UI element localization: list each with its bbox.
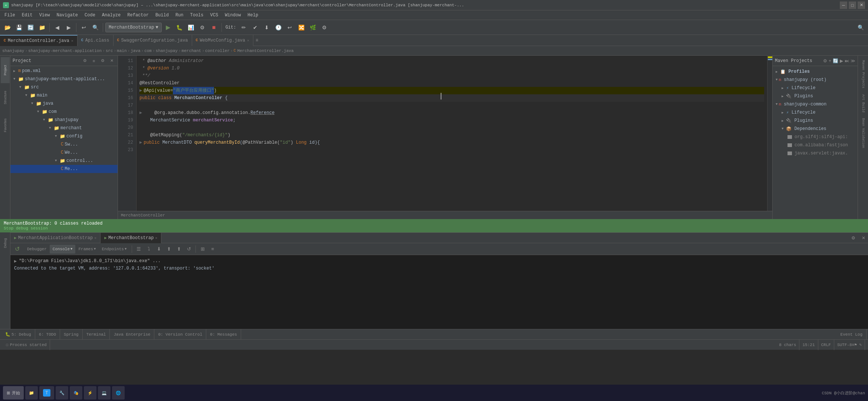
status-position[interactable]: 15:21 [799, 340, 818, 350]
debug-step-into-button[interactable]: ⬇ [154, 245, 163, 254]
menu-edit[interactable]: Edit [19, 11, 36, 19]
debug-tab-close-app[interactable]: ✕ [94, 236, 96, 240]
menu-window[interactable]: Window [222, 11, 244, 19]
back-button[interactable]: ◀ [52, 22, 62, 33]
tab-api[interactable]: C Api.class [78, 35, 114, 46]
tree-close-button[interactable]: ✕ [108, 57, 115, 65]
git-history-button[interactable]: 🕐 [273, 22, 283, 33]
debug-table-button[interactable]: ⊞ [198, 245, 207, 254]
forward-button[interactable]: ▶ [63, 22, 74, 33]
menu-code[interactable]: Code [82, 11, 98, 19]
menu-refactor[interactable]: Refactor [124, 11, 152, 19]
git-settings-button[interactable]: ⚙ [319, 22, 329, 33]
bc-src[interactable]: src [106, 49, 113, 53]
taskbar-chrome[interactable]: 🌐 [112, 386, 125, 400]
endpoints-subtab[interactable]: Endpoints ▼ [99, 245, 129, 254]
maven-item-lifecycle-2[interactable]: ▶ ⚡ Lifecycle [773, 108, 858, 117]
debug-panel-close[interactable]: ✕ [859, 234, 868, 242]
tree-gear-button[interactable]: ⚙ [99, 57, 106, 65]
maven-refresh-button[interactable]: 🔄 [833, 58, 838, 63]
save-button[interactable]: 💾 [14, 22, 24, 33]
art-build-tab[interactable]: Art Build [860, 91, 867, 115]
code-editor[interactable]: 11 12 13 14 15 16 17 18 19 20 21 22 23 *… [118, 56, 772, 219]
menu-help[interactable]: Help [244, 11, 261, 19]
messages-tab[interactable]: 0: Messages [206, 329, 241, 340]
tree-item-merchantcontroller[interactable]: C Me... [10, 165, 118, 173]
tree-item-merchant[interactable]: ▼ 📁 merchant [10, 124, 118, 132]
coverage-button[interactable]: 📊 [186, 22, 196, 33]
taskbar-app3[interactable]: ⚡ [84, 386, 96, 400]
tree-item-swagger[interactable]: C Sw... [10, 140, 118, 149]
open-file-button[interactable]: 📂 [2, 22, 13, 33]
maven-settings-button[interactable]: ⚙ [823, 58, 827, 63]
stop-button[interactable]: ■ [209, 22, 219, 33]
tree-settings-button[interactable]: ⚙ [81, 57, 89, 65]
maven-dep-slf4j[interactable]: org.slf4j:slf4j-api: [773, 133, 858, 141]
run-config-dropdown[interactable]: MerchantBootstrap ▼ [105, 23, 162, 32]
git-merge-button[interactable]: 🔀 [296, 22, 306, 33]
close-button[interactable]: ✕ [858, 1, 865, 9]
terminal-tab[interactable]: Terminal [83, 329, 110, 340]
spring-tab[interactable]: Spring [60, 329, 83, 340]
debug-panel-settings[interactable]: ⚙ [849, 234, 858, 242]
tab-close-merchantcontroller[interactable]: ✕ [71, 39, 73, 43]
maven-item-plugins-1[interactable]: ▶ 🔌 Plugins [773, 92, 858, 100]
maven-item-plugins-2[interactable]: ▶ 🔌 Plugins [773, 117, 858, 125]
debug-run-to-cursor-button[interactable]: ⬆ [174, 245, 183, 254]
maven-item-shanjupay-common[interactable]: ▼ m shanjupay-common [773, 100, 858, 108]
tree-item-shanjupay[interactable]: ▼ 📁 shanjupay [10, 116, 118, 124]
notification-line2[interactable]: Stop debug session [4, 226, 102, 231]
maven-item-shanjupay-root[interactable]: ▼ m shanjupay (root) [773, 76, 858, 84]
taskbar-app2[interactable]: 🎭 [70, 386, 82, 400]
maven-dep-javax[interactable]: javax.servlet:javax. [773, 149, 858, 157]
git-push-button[interactable]: ✔ [250, 22, 260, 33]
find-button[interactable]: 🔍 [90, 22, 101, 33]
structure-tab[interactable]: Structure [1, 85, 10, 111]
bc-com[interactable]: com [144, 49, 152, 53]
tab-close-webmvcconfig[interactable]: ✕ [247, 38, 249, 43]
favorites-tab[interactable]: Favorites [1, 112, 10, 138]
bc-java[interactable]: java [131, 49, 140, 53]
console-subtab[interactable]: Console ▼ [50, 245, 76, 254]
code-content[interactable]: * @author Administrator * @version 1.0 *… [137, 56, 767, 211]
menu-tools[interactable]: Tools [187, 11, 207, 19]
maven-dep-fastjson[interactable]: com.alibaba:fastjson [773, 141, 858, 149]
status-crlf[interactable]: CRLF [818, 340, 834, 350]
maven-add-button[interactable]: + [829, 58, 831, 63]
tree-item-config[interactable]: ▼ 📁 config [10, 132, 118, 140]
debug-tab-close-bootstrap[interactable]: ✕ [155, 236, 157, 240]
sync-button[interactable]: 🔄 [25, 22, 36, 33]
debug-step-over-button[interactable]: ⤵ [144, 245, 153, 254]
tree-item-pom[interactable]: ▶ m pom.xml [10, 67, 118, 75]
maximize-button[interactable]: □ [849, 1, 856, 9]
version-control-tab[interactable]: 0: Version Control [154, 329, 206, 340]
maven-item-lifecycle-1[interactable]: ▶ ⚡ Lifecycle [773, 84, 858, 92]
bc-merchant-app[interactable]: shanjupay-merchant-application [28, 49, 102, 53]
debug-bottom-tab[interactable]: 🐛 5: Debug [1, 329, 35, 340]
profile-button[interactable]: ⚙ [197, 22, 208, 33]
maven-item-profiles[interactable]: ▶ 📋 Profiles [773, 68, 858, 76]
tree-item-merchant-app[interactable]: ▼ 📁 shanjupay-merchant-applicat... [10, 75, 118, 83]
taskbar-notepad[interactable]: T [39, 386, 54, 400]
tab-merchantcontroller[interactable]: C MerchantController.java ✕ [0, 35, 78, 46]
bc-main[interactable]: main [117, 49, 126, 53]
start-button[interactable]: ⊞ 开始 [3, 386, 24, 400]
menu-vcs[interactable]: VCS [207, 11, 221, 19]
bc-merchant[interactable]: merchant [182, 49, 201, 53]
tab-swaggerconfig[interactable]: C SwaggerConfiguration.java [114, 35, 192, 46]
taskbar-intellij[interactable]: 🔧 [56, 386, 68, 400]
menu-view[interactable]: View [36, 11, 53, 19]
todo-tab[interactable]: 6: TODO [35, 329, 60, 340]
debug-button[interactable]: 🐛 [174, 22, 185, 33]
maven-item-deps[interactable]: ▼ 📦 Dependencies [773, 125, 858, 133]
bc-shanjupay2[interactable]: shanjupay [156, 49, 178, 53]
maven-run-button[interactable]: ▶ [840, 58, 843, 63]
bc-file[interactable]: MerchantController.java [237, 49, 294, 53]
tree-item-java[interactable]: ▼ 📁 java [10, 100, 118, 108]
project-tab[interactable]: Project [1, 57, 10, 83]
git-branches-button[interactable]: 🌿 [308, 22, 318, 33]
menu-analyze[interactable]: Analyze [99, 11, 124, 19]
debug-rerun-button[interactable]: ↺ [13, 245, 22, 254]
maven-collapse-button[interactable]: ≫ [851, 58, 855, 63]
tree-item-webmvc[interactable]: C We... [10, 149, 118, 157]
